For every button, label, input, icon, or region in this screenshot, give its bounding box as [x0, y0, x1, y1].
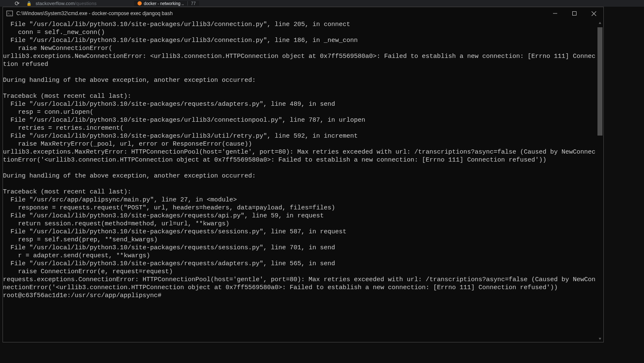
background-tab-strip: docker - networking .. 77	[134, 1, 199, 6]
svg-text:>_: >_	[8, 12, 12, 16]
svg-marker-6	[599, 22, 601, 24]
cmd-icon: >_	[6, 10, 13, 17]
titlebar[interactable]: >_ C:\Windows\System32\cmd.exe - docker-…	[3, 7, 603, 20]
minimize-button[interactable]	[545, 7, 565, 20]
close-button[interactable]	[584, 7, 603, 20]
scrollbar-thumb[interactable]	[597, 27, 602, 136]
background-browser-chrome: ⟳ 🔒 stackoverflow.com/questions	[0, 0, 644, 7]
refresh-icon: ⟳	[15, 0, 20, 7]
scroll-down-button[interactable]	[597, 335, 603, 342]
scrollbar[interactable]	[597, 20, 603, 342]
scrollbar-track[interactable]	[597, 26, 603, 335]
maximize-button[interactable]	[565, 7, 584, 20]
window-title: C:\Windows\System32\cmd.exe - docker-com…	[16, 10, 173, 16]
cmd-window: >_ C:\Windows\System32\cmd.exe - docker-…	[3, 7, 604, 342]
terminal-output[interactable]: File "/usr/local/lib/python3.10/site-pac…	[3, 20, 597, 342]
scroll-up-button[interactable]	[597, 20, 603, 26]
background-tab: docker - networking ..	[134, 1, 187, 6]
lock-icon: 🔒	[26, 1, 31, 6]
svg-marker-7	[599, 338, 601, 340]
background-tab: 77	[188, 1, 199, 6]
svg-rect-3	[573, 12, 576, 16]
address-bar-fragment: stackoverflow.com/questions	[36, 1, 96, 6]
